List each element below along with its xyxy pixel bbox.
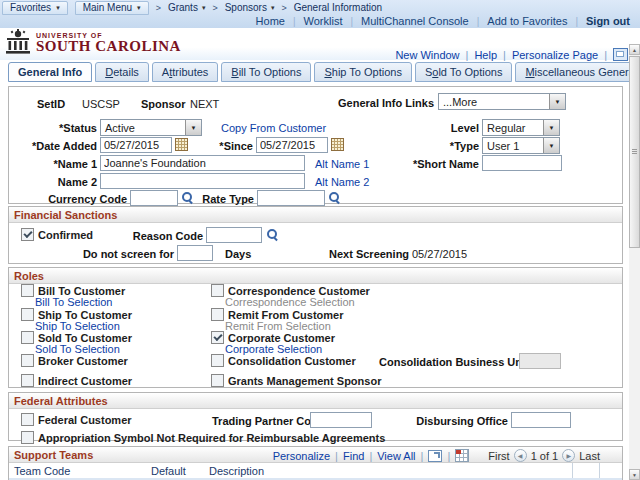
column-team-code[interactable]: Team Code	[14, 465, 70, 477]
vertical-scrollbar[interactable]: ▲ ▼	[629, 44, 640, 480]
level-label: Level	[394, 122, 479, 134]
view-all-link[interactable]: View All	[377, 450, 415, 462]
sponsor-label: Sponsor	[141, 98, 186, 110]
tab-details[interactable]: Details	[95, 62, 149, 82]
disbursing-office-input[interactable]	[511, 412, 571, 428]
bill-to-customer-checkbox[interactable]	[21, 284, 34, 297]
sold-to-customer-checkbox[interactable]	[21, 331, 34, 344]
next-screening-label: Next Screening	[329, 248, 409, 260]
federal-customer-checkbox[interactable]	[21, 413, 34, 426]
section-title: Support Teams	[14, 449, 93, 461]
remit-from-customer-checkbox[interactable]	[211, 308, 224, 321]
role-row: Broker Customer	[21, 354, 128, 367]
column-default[interactable]: Default	[151, 465, 186, 477]
corporate-customer-checkbox[interactable]	[211, 331, 224, 344]
tab-miscellaneous-general-info[interactable]: Miscellaneous General Info	[515, 62, 640, 82]
scrollbar-thumb[interactable]	[629, 56, 640, 248]
divider	[466, 49, 469, 61]
personalize-page-link[interactable]: Personalize Page	[512, 49, 598, 61]
reason-code-input[interactable]	[206, 227, 262, 243]
divider	[293, 15, 296, 27]
scroll-down-button[interactable]: ▼	[629, 469, 640, 480]
name2-input[interactable]	[100, 173, 305, 189]
date-added-calendar-icon[interactable]	[175, 138, 188, 151]
general-info-links-select[interactable]: ...More ▼	[438, 93, 566, 110]
copy-from-customer-link[interactable]: Copy From Customer	[221, 122, 326, 134]
divider	[503, 49, 506, 61]
personalize-link[interactable]: Personalize	[273, 450, 330, 462]
next-row-button[interactable]: ▶	[562, 449, 575, 462]
next-screening-value: 05/27/2015	[412, 248, 467, 260]
setid-value: USCSP	[82, 98, 120, 110]
divider	[369, 450, 372, 462]
since-calendar-icon[interactable]	[331, 138, 344, 151]
zoom-grid-icon[interactable]	[428, 450, 442, 462]
financial-sanctions-box: Financial Sanctions Confirmed Reason Cod…	[8, 206, 623, 264]
add-to-favorites-link[interactable]: Add to Favorites	[487, 15, 567, 27]
breadcrumb-main-menu[interactable]: Main Menu ▾	[75, 1, 149, 15]
date-added-input[interactable]	[100, 137, 172, 153]
page-action-links: New Window Help Personalize Page	[395, 48, 628, 61]
dropdown-arrow-icon: ▼	[543, 138, 559, 153]
currency-code-lookup-icon[interactable]	[181, 191, 194, 204]
short-name-input[interactable]	[482, 155, 562, 171]
appropriation-symbol-checkbox[interactable]	[21, 431, 34, 444]
roles-header: Roles	[9, 268, 622, 284]
grants-management-sponsor-checkbox[interactable]	[211, 374, 224, 387]
name1-input[interactable]	[100, 155, 305, 171]
do-not-screen-input[interactable]	[177, 245, 213, 261]
logo-text: UNIVERSITY OF SOUTH CAROLINA	[36, 32, 181, 54]
home-link[interactable]: Home	[256, 15, 285, 27]
support-teams-box: Support Teams Personalize Find View All …	[8, 446, 623, 480]
rate-type-lookup-icon[interactable]	[328, 191, 341, 204]
new-window-link[interactable]: New Window	[395, 49, 459, 61]
confirmed-label: Confirmed	[38, 229, 93, 241]
since-label: *Since	[191, 140, 253, 152]
worklist-link[interactable]: Worklist	[304, 15, 343, 27]
breadcrumb-grants-label: Grants	[168, 2, 198, 13]
confirmed-checkbox[interactable]	[21, 228, 34, 241]
federal-customer-row: Federal Customer	[21, 413, 132, 426]
indirect-customer-checkbox[interactable]	[21, 374, 34, 387]
tab-bill-to-options[interactable]: Bill To Options	[221, 62, 311, 82]
correspondence-customer-checkbox[interactable]	[211, 284, 224, 297]
ship-to-customer-checkbox[interactable]	[21, 308, 34, 321]
scrollbar-grip	[632, 149, 637, 154]
bill-to-selection-link[interactable]: Bill To Selection	[35, 296, 112, 308]
type-select[interactable]: User 1 ▼	[482, 137, 560, 154]
chevron-down-icon: ▾	[271, 4, 275, 11]
http-window-icon[interactable]	[613, 48, 628, 61]
divider	[421, 450, 424, 462]
download-to-excel-icon[interactable]	[455, 449, 469, 462]
tab-general-info[interactable]: General Info	[8, 62, 92, 82]
favorites-label: Favorites	[10, 2, 51, 13]
consolidation-business-unit-input	[519, 353, 561, 369]
alt-name2-link[interactable]: Alt Name 2	[315, 176, 369, 188]
breadcrumb-item-grants[interactable]: Grants ▾	[168, 2, 206, 13]
appropriation-row: Appropriation Symbol Not Required for Re…	[21, 431, 385, 444]
find-link[interactable]: Find	[343, 450, 364, 462]
breadcrumb-favorites-menu[interactable]: Favorites ▾	[2, 1, 68, 15]
tab-sold-to-options[interactable]: Sold To Options	[415, 62, 512, 82]
sign-out-link[interactable]: Sign out	[586, 15, 630, 27]
trading-partner-code-input[interactable]	[310, 412, 372, 428]
previous-row-button[interactable]: ◀	[514, 449, 527, 462]
column-description[interactable]: Description	[209, 465, 264, 477]
rate-type-input[interactable]	[257, 190, 325, 206]
status-label: *Status	[17, 122, 97, 134]
tab-attributes[interactable]: Attributes	[152, 62, 218, 82]
broker-customer-checkbox[interactable]	[21, 354, 34, 367]
currency-code-input[interactable]	[130, 190, 178, 206]
divider	[350, 15, 353, 27]
reason-code-lookup-icon[interactable]	[266, 228, 279, 241]
help-link[interactable]: Help	[474, 49, 497, 61]
tab-ship-to-options[interactable]: Ship To Options	[314, 62, 411, 82]
status-select[interactable]: Active ▼	[100, 119, 202, 136]
since-input[interactable]	[256, 137, 328, 153]
scroll-up-button[interactable]: ▲	[629, 44, 640, 55]
logo-band: UNIVERSITY OF SOUTH CAROLINA New Window …	[0, 28, 640, 60]
breadcrumb-item-sponsors[interactable]: Sponsors ▾	[225, 2, 275, 13]
level-select[interactable]: Regular ▼	[482, 119, 560, 136]
consolidation-customer-checkbox[interactable]	[211, 354, 224, 367]
multichannel-console-link[interactable]: MultiChannel Console	[361, 15, 469, 27]
